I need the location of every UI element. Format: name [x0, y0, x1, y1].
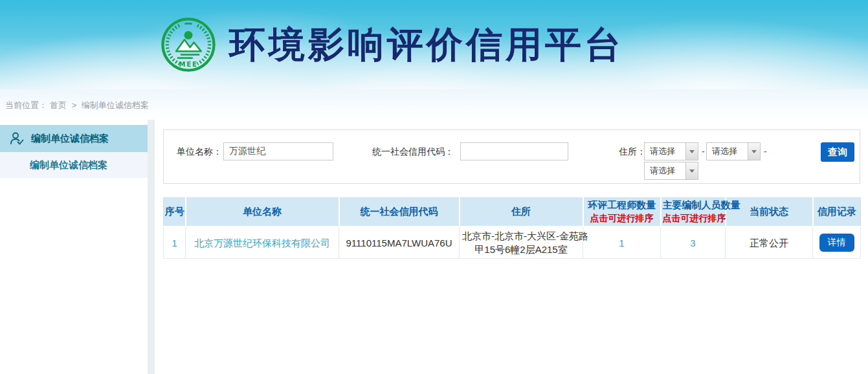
sort-hint: 点击可进行排序: [663, 213, 724, 225]
chevron-down-icon[interactable]: [685, 143, 698, 160]
header-address: 住所: [460, 198, 583, 227]
search-form: 单位名称： 统一社会信用代码： 住所： 请选择 - 请选择 - 请选择 查询: [163, 129, 860, 184]
table-header-row: 序号 单位名称 统一社会信用代码 住所 环评工程师数量 点击可进行排序 主要编制…: [164, 198, 861, 227]
chevron-down-icon[interactable]: [748, 143, 760, 160]
unit-name-input[interactable]: [223, 142, 333, 160]
residence-city-value: 请选择: [707, 143, 748, 160]
residence-dash: -: [702, 142, 705, 160]
main-content: 单位名称： 统一社会信用代码： 住所： 请选择 - 请选择 - 请选择 查询: [163, 129, 860, 259]
breadcrumb-home-link[interactable]: 首页: [50, 100, 67, 110]
residence-province-select[interactable]: 请选择: [644, 142, 698, 160]
cell-credit-code: 91110115MA7LWUA76U: [339, 226, 460, 259]
header-company: 单位名称: [186, 198, 339, 227]
header-engineer-count-sortable[interactable]: 环评工程师数量 点击可进行排序: [583, 198, 661, 227]
sidebar-subitem-label: 编制单位诚信档案: [30, 159, 107, 171]
engineer-count-link[interactable]: 1: [619, 237, 624, 248]
chevron-down-icon[interactable]: [685, 162, 698, 179]
residence-city-select[interactable]: 请选择: [706, 142, 761, 160]
residence-province-value: 请选择: [645, 143, 685, 160]
residence-label: 住所：: [619, 142, 646, 160]
mee-logo-icon: MEE: [161, 17, 216, 72]
credit-code-input[interactable]: [460, 142, 568, 160]
cell-company: 北京万源世纪环保科技有限公司: [186, 226, 339, 259]
table-row: 1 北京万源世纪环保科技有限公司 91110115MA7LWUA76U 北京市-…: [164, 226, 861, 259]
page: MEE 环境影响评价信用平台 当前位置：首页 > 编制单位诚信档案 编制单位诚信…: [0, 0, 868, 374]
brand: MEE 环境影响评价信用平台: [161, 17, 624, 72]
breadcrumb-separator: >: [72, 100, 77, 110]
cell-staff-count: 3: [661, 226, 726, 259]
breadcrumb-current: 编制单位诚信档案: [82, 100, 149, 110]
results-table: 序号 单位名称 统一社会信用代码 住所 环评工程师数量 点击可进行排序 主要编制…: [163, 197, 861, 259]
svg-text:MEE: MEE: [179, 60, 198, 68]
sidebar-item-label: 编制单位诚信档案: [31, 133, 109, 145]
header-credit-record: 信用记录: [813, 198, 861, 227]
staff-count-link[interactable]: 3: [690, 237, 695, 248]
cell-credit-record: 详情: [813, 226, 861, 259]
breadcrumb: 当前位置：首页 > 编制单位诚信档案: [0, 89, 868, 120]
unit-name-label: 单位名称：: [177, 142, 222, 160]
cell-address: 北京市-北京市-大兴区-金苑路 甲15号6幢2层A215室: [460, 226, 583, 259]
header-staff-count-sortable[interactable]: 主要编制人员数量 点击可进行排序: [661, 198, 726, 227]
address-line-1: 北京市-北京市-大兴区-金苑路: [462, 229, 580, 243]
query-button[interactable]: 查询: [821, 142, 854, 162]
residence-district-select[interactable]: 请选择: [644, 162, 698, 180]
credit-code-label: 统一社会信用代码：: [372, 142, 454, 160]
sort-hint: 点击可进行排序: [585, 213, 659, 225]
sidebar-item-credit-archive[interactable]: 编制单位诚信档案: [0, 125, 148, 152]
cell-status: 正常公开: [726, 226, 813, 259]
header-seq: 序号: [164, 198, 186, 227]
cell-seq: 1: [164, 226, 186, 259]
sidebar-subitem-credit-archive[interactable]: 编制单位诚信档案: [0, 152, 148, 178]
detail-button[interactable]: 详情: [819, 234, 854, 252]
residence-dash: -: [764, 142, 767, 160]
sidebar-content-divider: [148, 120, 155, 374]
address-line-2: 甲15号6幢2层A215室: [462, 243, 580, 256]
breadcrumb-prefix: 当前位置：: [5, 100, 47, 110]
user-check-icon: [9, 131, 25, 146]
company-link[interactable]: 北京万源世纪环保科技有限公司: [194, 237, 330, 248]
header-credit-code: 统一社会信用代码: [339, 198, 460, 227]
sidebar: 编制单位诚信档案 编制单位诚信档案: [0, 120, 148, 374]
header-banner: MEE 环境影响评价信用平台: [0, 0, 868, 89]
cell-engineer-count: 1: [583, 226, 661, 259]
site-title: 环境影响评价信用平台: [229, 17, 624, 72]
residence-district-value: 请选择: [645, 162, 685, 179]
